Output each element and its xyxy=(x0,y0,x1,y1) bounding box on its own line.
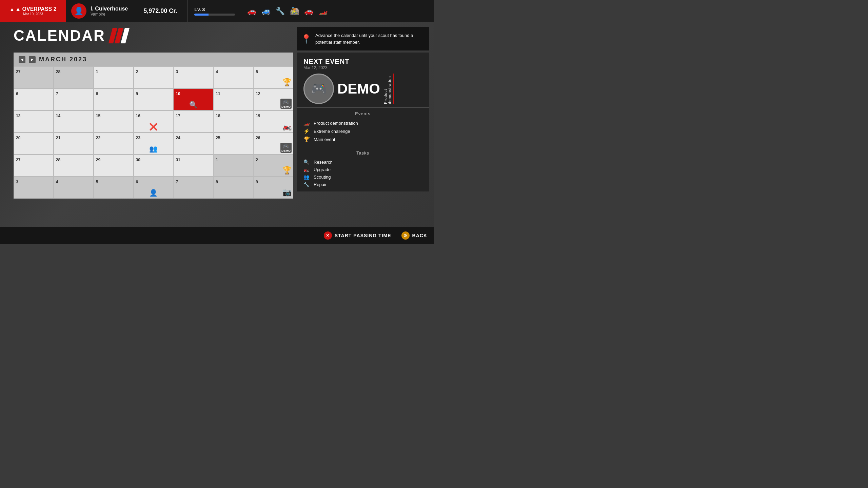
game-logo: ▲ ▲ OVERPASS 2 Mar 10, 2023 xyxy=(0,0,66,22)
calendar-event-camera: 📷 xyxy=(282,188,292,197)
calendar-cell[interactable]: 2🏆 xyxy=(253,155,293,177)
logo-text: ▲ OVERPASS 2 xyxy=(15,6,56,12)
calendar-cell[interactable]: 12🎮DEMO xyxy=(253,88,293,110)
vehicle-icon-1[interactable]: 🚗 xyxy=(247,7,256,16)
notice-location-icon: 📍 xyxy=(301,34,312,44)
calendar-cell[interactable]: 21 xyxy=(54,133,94,155)
currency-display: 5,972.00 Cr. xyxy=(133,0,188,22)
calendar-cell[interactable]: 18 xyxy=(213,110,253,133)
calendar-cell[interactable]: 5 xyxy=(94,177,134,199)
calendar-cell[interactable]: 9 xyxy=(134,88,174,110)
calendar-next-btn[interactable]: ▶ xyxy=(29,56,36,63)
calendar-cell[interactable]: 13 xyxy=(14,110,54,133)
calendar-event-demo: 🎮DEMO xyxy=(280,99,292,109)
calendar-cell[interactable]: 28 xyxy=(54,155,94,177)
calendar-cell[interactable]: 16❌ xyxy=(134,110,174,133)
x-button[interactable]: ✕ xyxy=(324,231,332,240)
calendar-cell[interactable]: 24 xyxy=(173,133,213,155)
vehicle-icon-2[interactable]: 🚙 xyxy=(261,7,271,16)
calendar-cell[interactable]: 4 xyxy=(213,66,253,88)
vehicle-icon-3[interactable]: 🔧 xyxy=(276,7,285,16)
calendar-prev-btn[interactable]: ◀ xyxy=(19,56,25,63)
vehicle-icon-4[interactable]: 🚵 xyxy=(290,7,299,16)
calendar-day-number: 26 xyxy=(256,136,260,140)
calendar-cell[interactable]: 8 xyxy=(213,177,253,199)
currency-value: 5,972.00 Cr. xyxy=(143,7,177,15)
calendar-cell[interactable]: 26🎮DEMO xyxy=(253,133,293,155)
research-label: Research xyxy=(314,160,333,165)
calendar-cell[interactable]: 4 xyxy=(54,177,94,199)
demo-event-label: Product demonstration xyxy=(314,121,358,126)
calendar-day-number: 1 xyxy=(216,158,218,162)
calendar-day-number: 28 xyxy=(56,69,60,74)
level-fill xyxy=(194,14,209,16)
calendar-day-number: 18 xyxy=(216,114,220,118)
calendar-cell[interactable]: 9📷 xyxy=(253,177,293,199)
calendar-cell[interactable]: 20 xyxy=(14,133,54,155)
calendar-cell[interactable]: 6 xyxy=(14,88,54,110)
level-section: Lv. 3 xyxy=(188,0,242,22)
calendar-cell[interactable]: 3 xyxy=(14,177,54,199)
event-list-item-3: 🏆 Main event xyxy=(303,135,422,143)
tasks-section: Tasks 🔍 Research 🏍️ Upgrade 👥 Scouting 🔧… xyxy=(297,147,429,191)
calendar-cell[interactable]: 10🔍 xyxy=(173,88,213,110)
calendar-container: ◀ ▶ MARCH 2023 272812345🏆678910🔍1112🎮DEM… xyxy=(14,53,293,199)
calendar-day-number: 7 xyxy=(176,180,178,184)
task-item-upgrade: 🏍️ Upgrade xyxy=(303,166,422,173)
main-event-icon: 🏆 xyxy=(303,136,310,142)
calendar-cell[interactable]: 28 xyxy=(54,66,94,88)
b-button-icon: ⊙ xyxy=(403,233,407,238)
calendar-day-number: 5 xyxy=(256,69,258,74)
calendar-cell[interactable]: 1 xyxy=(94,66,134,88)
calendar-cell[interactable]: 22 xyxy=(94,133,134,155)
calendar-cell[interactable]: 27 xyxy=(14,66,54,88)
calendar-day-number: 20 xyxy=(16,136,20,140)
back-action[interactable]: ⊙ BACK xyxy=(401,231,427,240)
calendar-cell[interactable]: 7 xyxy=(54,88,94,110)
calendar-day-number: 30 xyxy=(136,158,140,162)
calendar-day-number: 5 xyxy=(96,180,98,184)
b-button[interactable]: ⊙ xyxy=(401,231,410,240)
calendar-cell[interactable]: 5🏆 xyxy=(253,66,293,88)
calendar-cell[interactable]: 3 xyxy=(173,66,213,88)
calendar-title: CALENDAR xyxy=(14,27,105,44)
calendar-cell[interactable]: 27 xyxy=(14,155,54,177)
calendar-cell[interactable]: 19🏍️ xyxy=(253,110,293,133)
calendar-cell[interactable]: 31 xyxy=(173,155,213,177)
notice-box: 📍 Advance the calendar until your scout … xyxy=(297,27,429,50)
calendar-cell[interactable]: 8 xyxy=(94,88,134,110)
calendar-task-wrench: ❌ xyxy=(149,123,158,131)
avatar: 👤 xyxy=(71,3,86,19)
event-name-area: DEMO xyxy=(337,82,380,96)
vehicle-icon-5[interactable]: 🚗 xyxy=(304,7,313,16)
calendar-event-demo: 🎮DEMO xyxy=(280,143,292,153)
calendar-cell[interactable]: 14 xyxy=(54,110,94,133)
calendar-day-number: 2 xyxy=(256,158,258,162)
next-event-date: Mar 12, 2023 xyxy=(303,65,422,70)
calendar-cell[interactable]: 1 xyxy=(213,155,253,177)
calendar-cell[interactable]: 23👥 xyxy=(134,133,174,155)
calendar-cell[interactable]: 25 xyxy=(213,133,253,155)
vehicle-icon-6[interactable]: 🏎️ xyxy=(318,7,328,16)
calendar-cell[interactable]: 29 xyxy=(94,155,134,177)
player-section: 👤 I. Culverhouse Vampire xyxy=(66,0,133,22)
right-panel: NEXT EVENT Mar 12, 2023 🎮 DEMO Product d… xyxy=(297,53,429,191)
calendar-cell[interactable]: 6👤 xyxy=(134,177,174,199)
calendar-cell[interactable]: 11 xyxy=(213,88,253,110)
calendar-day-number: 27 xyxy=(16,158,20,162)
calendar-cell[interactable]: 2 xyxy=(134,66,174,88)
level-bar xyxy=(194,14,235,16)
calendar-cell[interactable]: 15 xyxy=(94,110,134,133)
extreme-event-icon: ⚡ xyxy=(303,128,310,134)
top-bar: ▲ ▲ OVERPASS 2 Mar 10, 2023 👤 I. Culverh… xyxy=(0,0,434,22)
start-passing-time-action[interactable]: ✕ START PASSING TIME xyxy=(324,231,391,240)
next-event-info: NEXT EVENT Mar 12, 2023 🎮 DEMO Product d… xyxy=(303,58,422,104)
calendar-header: ◀ ▶ MARCH 2023 xyxy=(14,53,293,66)
calendar-cell[interactable]: 17 xyxy=(173,110,213,133)
research-icon: 🔍 xyxy=(303,159,310,165)
demo-event-icon: 🏎️ xyxy=(303,120,310,126)
calendar-cell[interactable]: 7 xyxy=(173,177,213,199)
calendar-cell[interactable]: 30 xyxy=(134,155,174,177)
calendar-event-trophy: 🏆 xyxy=(282,166,292,175)
calendar-decoration xyxy=(111,28,127,43)
